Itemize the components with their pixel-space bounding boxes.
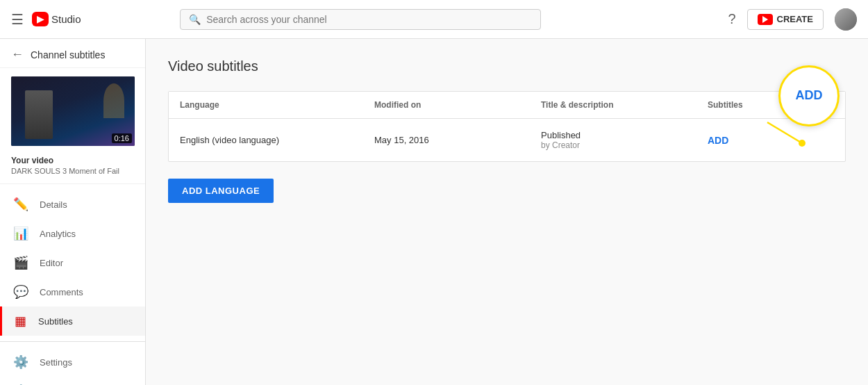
avatar-image — [835, 8, 857, 31]
create-video-icon — [758, 14, 773, 25]
your-video-label: Your video — [11, 156, 134, 165]
youtube-studio-logo[interactable]: ▶ Studio — [32, 12, 81, 26]
channel-subtitles-label: Channel subtitles — [31, 49, 105, 60]
svg-point-1 — [799, 140, 806, 147]
analytics-label: Analytics — [40, 229, 76, 239]
details-label: Details — [40, 199, 67, 210]
sidebar-item-analytics[interactable]: 📊 Analytics — [0, 219, 145, 248]
help-icon[interactable]: ? — [728, 11, 735, 27]
search-input[interactable] — [206, 14, 532, 25]
header-right: ? CREATE — [728, 8, 857, 31]
annotation-bubble: ADD — [778, 65, 840, 126]
add-language-button[interactable]: ADD LANGUAGE — [168, 179, 274, 203]
header-left: ☰ ▶ Studio — [11, 11, 81, 28]
col-header-language: Language — [180, 100, 374, 110]
video-duration: 0:16 — [112, 133, 132, 143]
sidebar-item-settings[interactable]: ⚙️ Settings — [0, 347, 145, 377]
menu-icon[interactable]: ☰ — [11, 11, 24, 28]
settings-icon: ⚙️ — [13, 354, 28, 370]
create-button[interactable]: CREATE — [747, 9, 824, 30]
subtitles-icon: ▦ — [13, 313, 27, 329]
table-header: Language Modified on Title & description… — [169, 92, 845, 119]
editor-label: Editor — [40, 258, 63, 268]
main-content: Video subtitles Language Modified on Tit… — [146, 39, 868, 385]
app-header: ☰ ▶ Studio 🔍 ? CREATE — [0, 0, 868, 39]
sidebar-item-comments[interactable]: 💬 Comments — [0, 277, 145, 306]
search-bar[interactable]: 🔍 — [180, 9, 541, 30]
details-icon: ✏️ — [13, 197, 28, 212]
annotation-connector — [767, 122, 809, 150]
language-cell: English (video language) — [180, 135, 374, 145]
video-info: Your video DARK SOULS 3 Moment of Fail — [0, 151, 145, 184]
avatar[interactable] — [835, 8, 857, 31]
editor-icon: 🎬 — [13, 255, 28, 270]
back-arrow-icon: ← — [11, 47, 24, 62]
sidebar-item-details[interactable]: ✏️ Details — [0, 190, 145, 219]
create-label: CREATE — [777, 14, 813, 24]
sidebar-nav: ✏️ Details 📊 Analytics 🎬 Editor 💬 Commen… — [0, 184, 145, 385]
subtitles-label: Subtitles — [38, 316, 73, 327]
title-status-cell: Published by Creator — [541, 130, 708, 150]
video-thumbnail-section: 0:16 — [11, 76, 134, 146]
video-thumbnail[interactable]: 0:16 — [11, 76, 135, 146]
video-title: DARK SOULS 3 Moment of Fail — [11, 167, 134, 175]
channel-subtitles-back[interactable]: ← Channel subtitles — [0, 39, 145, 68]
col-header-title-desc: Title & description — [541, 100, 708, 110]
comments-icon: 💬 — [13, 284, 28, 300]
subtitles-action-cell: ADD ADD — [708, 135, 819, 146]
col-header-modified: Modified on — [374, 100, 541, 110]
sidebar-item-subtitles[interactable]: ▦ Subtitles — [0, 306, 145, 336]
main-layout: ← Channel subtitles 0:16 Your video DARK… — [0, 39, 868, 385]
subtitles-table: Language Modified on Title & description… — [168, 91, 846, 162]
studio-label: Studio — [51, 13, 81, 25]
status-published: Published — [541, 130, 708, 140]
sidebar: ← Channel subtitles 0:16 Your video DARK… — [0, 39, 146, 385]
annotation-label: ADD — [796, 88, 823, 103]
svg-line-0 — [767, 122, 802, 143]
modified-on-cell: May 15, 2016 — [374, 135, 541, 145]
add-subtitles-link[interactable]: ADD — [708, 135, 728, 146]
sidebar-divider — [0, 341, 145, 342]
annotation-group: ADD — [778, 65, 840, 126]
status-by: by Creator — [541, 140, 708, 150]
sidebar-item-editor[interactable]: 🎬 Editor — [0, 248, 145, 277]
sidebar-item-send-feedback[interactable]: 📋 Send feedback — [0, 377, 145, 385]
page-title: Video subtitles — [168, 58, 846, 74]
table-row: English (video language) May 15, 2016 Pu… — [169, 119, 845, 161]
settings-label: Settings — [40, 357, 72, 368]
comments-label: Comments — [40, 287, 83, 297]
analytics-icon: 📊 — [13, 226, 28, 241]
search-icon: 🔍 — [189, 14, 201, 25]
youtube-logo-icon: ▶ — [32, 12, 49, 26]
